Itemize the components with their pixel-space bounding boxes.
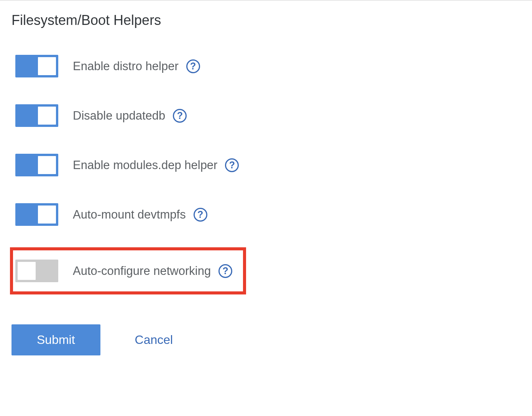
toggle-modules-dep-helper[interactable] [15, 154, 58, 176]
toggle-auto-mount-devtmpfs[interactable] [15, 203, 58, 226]
help-icon[interactable]: ? [173, 109, 187, 123]
form-actions: Submit Cancel [11, 324, 521, 355]
toggle-knob [18, 262, 36, 280]
toggle-auto-configure-networking[interactable] [15, 260, 58, 282]
toggle-knob [38, 156, 56, 174]
option-row-distro-helper: Enable distro helper ? [11, 49, 204, 83]
option-label: Enable distro helper [73, 59, 179, 73]
section-title: Filesystem/Boot Helpers [11, 12, 521, 28]
toggle-knob [38, 107, 56, 125]
submit-button[interactable]: Submit [11, 324, 100, 355]
toggle-distro-helper[interactable] [15, 55, 58, 77]
option-row-auto-mount-devtmpfs: Auto-mount devtmpfs ? [11, 198, 211, 231]
option-row-modules-dep-helper: Enable modules.dep helper ? [11, 148, 243, 182]
help-icon[interactable]: ? [225, 158, 239, 172]
option-label: Enable modules.dep helper [73, 158, 217, 172]
option-row-auto-configure-networking: Auto-configure networking ? [10, 247, 246, 294]
option-label: Auto-configure networking [73, 264, 211, 278]
cancel-link[interactable]: Cancel [135, 333, 173, 347]
option-label: Disable updatedb [73, 109, 165, 123]
help-icon[interactable]: ? [194, 208, 207, 222]
option-row-disable-updatedb: Disable updatedb ? [11, 99, 190, 132]
help-icon[interactable]: ? [218, 264, 232, 278]
option-label: Auto-mount devtmpfs [73, 208, 186, 222]
toggle-knob [38, 206, 56, 224]
toggle-disable-updatedb[interactable] [15, 104, 58, 127]
toggle-knob [38, 57, 56, 75]
help-icon[interactable]: ? [186, 59, 200, 73]
